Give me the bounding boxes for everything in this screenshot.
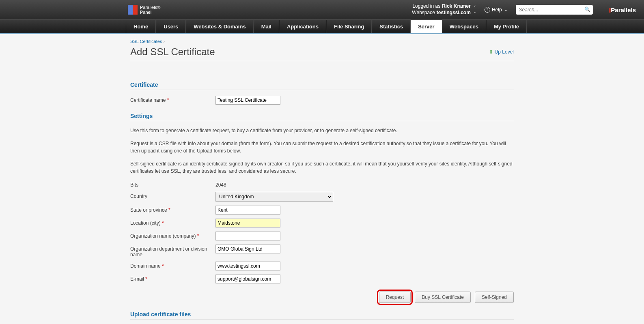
logged-in-label: Logged in as (412, 3, 440, 10)
nav-applications[interactable]: Applications (279, 20, 326, 33)
section-settings: Settings (130, 113, 514, 121)
breadcrumb: SSL Certificates › (130, 39, 514, 44)
logo-area: Parallels® Panel (128, 5, 160, 15)
domain-input[interactable] (215, 262, 280, 270)
chevron-down-icon[interactable]: ⌄ (473, 3, 476, 10)
up-arrow-icon: ⬆ (489, 49, 493, 55)
help-link[interactable]: ? Help ⌄ (485, 7, 508, 13)
row-bits: Bits 2048 (130, 180, 514, 188)
content: SSL Certificates › Add SSL Certificate ⬆… (130, 34, 514, 324)
label-cert-name: Certificate name * (130, 96, 215, 105)
nav-users[interactable]: Users (156, 20, 186, 33)
row-dept: Organization department or division name (130, 245, 514, 257)
webspace-value[interactable]: testingssl.com (437, 10, 471, 16)
top-bar: Parallels® Panel Logged in as Rick Krame… (0, 0, 644, 19)
nav-websites[interactable]: Websites & Domains (186, 20, 253, 33)
help-label: Help (492, 7, 502, 13)
user-info: Logged in as Rick Kramer ⌄ Webspace test… (412, 3, 476, 16)
city-input[interactable] (215, 219, 280, 227)
row-org: Organization name (company) * (130, 232, 514, 240)
search-box: 🔍 (516, 5, 593, 15)
label-domain: Domain name * (130, 262, 215, 270)
label-dept: Organization department or division name (130, 245, 215, 257)
button-row: Request Buy SSL Certificate Self-Signed (130, 292, 514, 303)
cert-name-input[interactable] (215, 96, 280, 105)
search-icon[interactable]: 🔍 (584, 6, 590, 12)
bits-value: 2048 (215, 180, 226, 188)
up-level-label: Up Level (495, 49, 514, 55)
help-icon: ? (485, 7, 490, 13)
buy-button[interactable]: Buy SSL Certificate (415, 292, 471, 303)
logo-text: Parallels® Panel (140, 5, 160, 15)
nav-server[interactable]: Server (411, 20, 442, 33)
row-cert-name: Certificate name * (130, 96, 514, 105)
nav-home[interactable]: Home (126, 20, 156, 33)
row-email: E-mail * (130, 275, 514, 283)
page-title: Add SSL Certificate (130, 46, 215, 58)
dept-input[interactable] (215, 245, 280, 253)
row-domain: Domain name * (130, 262, 514, 270)
nav-statistics[interactable]: Statistics (372, 20, 411, 33)
search-input[interactable] (516, 5, 593, 15)
label-bits: Bits (130, 180, 215, 188)
label-state: State or province * (130, 206, 215, 215)
state-input[interactable] (215, 206, 280, 215)
webspace-label: Webspace (412, 10, 435, 16)
label-country: Country (130, 192, 215, 202)
breadcrumb-link[interactable]: SSL Certificates (130, 39, 162, 44)
title-row: Add SSL Certificate ⬆ Up Level (130, 46, 514, 61)
chevron-down-icon[interactable]: ⌄ (473, 10, 476, 16)
nav-webspaces[interactable]: Webspaces (442, 20, 486, 33)
desc2: Request is a CSR file with info about yo… (130, 140, 514, 154)
up-level-link[interactable]: ⬆ Up Level (489, 49, 514, 55)
chevron-down-icon: ⌄ (504, 8, 508, 12)
row-state: State or province * (130, 206, 514, 215)
brand-right: || Parallels (609, 6, 636, 13)
self-signed-button[interactable]: Self-Signed (475, 292, 514, 303)
country-select[interactable]: United Kingdom (215, 192, 333, 202)
email-input[interactable] (215, 275, 280, 283)
user-name[interactable]: Rick Kramer (442, 3, 471, 10)
parallels-logo-icon (128, 5, 138, 15)
desc3: Self-signed certificate is an identity c… (130, 160, 514, 175)
logo-line2: Panel (140, 10, 160, 15)
section-certificate: Certificate (130, 82, 514, 90)
label-city: Location (city) * (130, 219, 215, 227)
row-city: Location (city) * (130, 219, 514, 227)
label-email: E-mail * (130, 275, 215, 283)
section-upload: Upload certificate files (130, 311, 514, 320)
request-button[interactable]: Request (379, 292, 411, 303)
nav-mail[interactable]: Mail (254, 20, 279, 33)
top-right: Logged in as Rick Kramer ⌄ Webspace test… (412, 3, 636, 16)
breadcrumb-sep: › (164, 39, 165, 44)
nav-bar: Home Users Websites & Domains Mail Appli… (0, 19, 644, 34)
logo-line1: Parallels® (140, 5, 160, 10)
row-country: Country United Kingdom (130, 192, 514, 202)
nav-myprofile[interactable]: My Profile (486, 20, 527, 33)
org-input[interactable] (215, 232, 280, 240)
brand-bars-icon: || (609, 7, 610, 13)
label-org: Organization name (company) * (130, 232, 215, 240)
nav-filesharing[interactable]: File Sharing (326, 20, 372, 33)
desc1: Use this form to generate a certificate … (130, 127, 514, 134)
brand-text: Parallels (611, 6, 636, 13)
nav-inner: Home Users Websites & Domains Mail Appli… (126, 20, 644, 33)
